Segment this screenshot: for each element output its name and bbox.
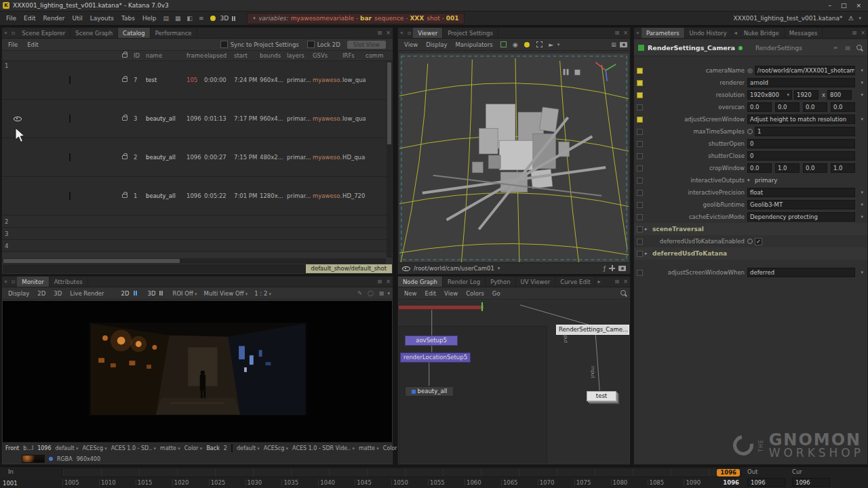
tab-scroll-right-icon[interactable]: ▸ [595,279,602,285]
menubar-item[interactable]: Render [40,15,68,22]
column-elapsed[interactable]: elapsed [204,52,234,59]
param-state-badge[interactable] [637,153,643,159]
tab-uv-viewer[interactable]: UV Viewer [516,277,556,287]
aperture-icon[interactable]: ƒ [604,265,606,272]
twirl-right-icon[interactable]: ▸ [645,251,650,256]
split-pane-icon[interactable]: ⊞ [376,30,384,36]
chevron-down-icon[interactable]: ▾ [253,16,256,21]
render-thumbnail[interactable] [69,192,71,200]
nodegraph-canvas[interactable]: input input aovSetup5 renderLocationSetu… [399,301,629,464]
empty-catalog-slot[interactable]: 4 [2,240,393,252]
pause-icon[interactable] [231,16,237,21]
menubar-item[interactable]: Edit [20,15,39,22]
chevron-down-icon[interactable]: ▾ [858,80,863,85]
column-frame[interactable]: frame [186,52,204,59]
param-state-badge[interactable] [637,239,643,245]
empty-catalog-slot[interactable]: 2 [2,216,393,228]
cameraName-value[interactable]: /root/world/cam/XXX001_shotcam/XXX0 [755,66,855,75]
param-state-badge[interactable] [637,226,643,232]
node-renderSettings-camera[interactable]: RenderSettings_Came... [556,325,629,335]
menu-lines-icon[interactable]: ≡ [196,15,207,22]
cropWindow-field-0[interactable]: 0.0 [747,163,772,173]
chevron-down-icon[interactable]: ▾ [387,291,390,296]
viewer-menu-item[interactable]: Display [422,41,450,48]
nodegraph-menu-item[interactable]: New [401,290,420,297]
out-value[interactable]: 1096 [747,478,785,487]
viewport-3d[interactable] [399,54,629,263]
nodegraph-menu-item[interactable]: View [441,290,461,297]
slot-dropdown[interactable]: default [237,445,260,451]
resolution-width-field[interactable]: 1920 [794,90,818,100]
resolution-height-field[interactable]: 800 [827,90,852,100]
tab-performance[interactable]: Performance [151,28,197,38]
nodegraph-menu-item[interactable]: Colors [462,290,488,297]
search-icon[interactable] [620,289,627,297]
close-button[interactable]: × [856,2,861,9]
colorspace-dropdown[interactable]: ACEScg [264,445,288,451]
param-group-sceneTraversal[interactable]: ▸ sceneTraversal [634,223,867,235]
panel-float-icon[interactable]: ▫ [9,30,17,36]
column-gsvs[interactable]: GSVs [313,52,342,59]
cropWindow-field-1[interactable]: 1.0 [775,163,800,173]
node-test[interactable]: test [587,391,616,401]
tab-undo-history[interactable]: Undo History [685,28,732,38]
close-pane-icon[interactable]: × [384,279,393,285]
light-icon[interactable] [524,42,530,47]
render-thumbnail[interactable] [69,115,71,123]
split-pane-icon[interactable]: ⊞ [850,30,859,36]
chevron-down-icon[interactable]: ▾ [858,214,863,220]
mode-3d-label[interactable]: 3D [219,15,231,22]
catalog-render-row[interactable]: 3 beauty_all 1096 0:01:13 7:17 PM 960x4.… [2,100,393,138]
pause-3d-icon[interactable] [158,291,164,296]
split-pane-icon[interactable]: ⊞ [613,279,622,285]
tab-curve-edit[interactable]: Curve Edit [555,277,595,287]
tab-scene-explorer[interactable]: Scene Explorer [17,28,71,38]
tab-monitor[interactable]: Monitor [17,277,49,287]
panel-float-icon[interactable]: ▫ [406,30,413,36]
renderer-dropdown[interactable]: arnold [747,78,855,87]
tab-nuke-bridge[interactable]: Nuke Bridge [739,28,785,38]
close-pane-icon[interactable]: × [621,279,630,285]
lock-2d-checkbox[interactable] [307,41,315,48]
timed-value-icon[interactable] [747,239,753,244]
monitor-menu-item[interactable]: Live Render [66,290,107,297]
catalog-horizontal-scrollbar[interactable] [3,258,386,264]
close-pane-icon[interactable]: × [859,30,867,36]
panel-chevron-icon[interactable]: « [398,30,406,36]
overscan-field-2[interactable]: 0.0 [803,102,827,112]
split-pane-icon[interactable]: ⊞ [376,279,384,285]
column-comm[interactable]: comm [366,52,393,59]
view-transform-dropdown[interactable]: ACES 1.0 - SDR Vide.. [292,445,355,451]
tab-scroll-left-icon[interactable]: ◂ [732,30,739,36]
monitor-canvas[interactable] [3,301,392,442]
close-pane-icon[interactable]: × [384,30,393,36]
pause-2d-icon[interactable] [132,291,138,296]
circle-overlay-icon[interactable]: ◯ [366,290,376,296]
monitor-menu-item[interactable]: Display [5,290,33,297]
node-beauty-all[interactable]: beauty_all [405,386,454,396]
interactivePrecision-dropdown[interactable]: float [747,188,855,197]
split-view-icon[interactable]: ◧ [184,15,195,22]
cacheEvictionMode-dropdown[interactable]: Dependency protecting [747,212,855,222]
catalog-vertical-scrollbar[interactable] [387,62,392,258]
param-state-badge[interactable] [637,129,643,135]
search-icon[interactable] [856,44,863,52]
variable-pair[interactable]: shot - 001 [427,15,458,22]
in-value[interactable]: 1001 [3,480,62,487]
overscan-field-3[interactable]: 0.0 [831,102,855,112]
column-bounds[interactable]: bounds [260,52,287,59]
panel-float-icon[interactable]: ▫ [9,279,17,285]
column-name[interactable]: name [146,52,186,59]
minimize-button[interactable]: – [828,2,831,9]
pan-zoom-icon[interactable] [609,265,615,271]
variable-pair[interactable]: myawesomevariable - bar [291,15,372,22]
cropWindow-field-2[interactable]: 0.0 [803,163,827,173]
playhead-current-frame[interactable]: 1096 [717,469,740,476]
param-state-badge[interactable] [637,141,643,147]
cropWindow-field-3[interactable]: 1.0 [831,163,855,173]
multiview-dropdown[interactable]: Multi View Off [204,290,248,297]
tab-project-settings[interactable]: Project Settings [443,28,498,38]
geolibRuntime-dropdown[interactable]: Geolib3-MT [747,200,855,209]
chevron-down-icon[interactable]: ▾ [858,202,863,207]
edited-node-name[interactable]: RenderSettings_Camera [648,44,735,52]
